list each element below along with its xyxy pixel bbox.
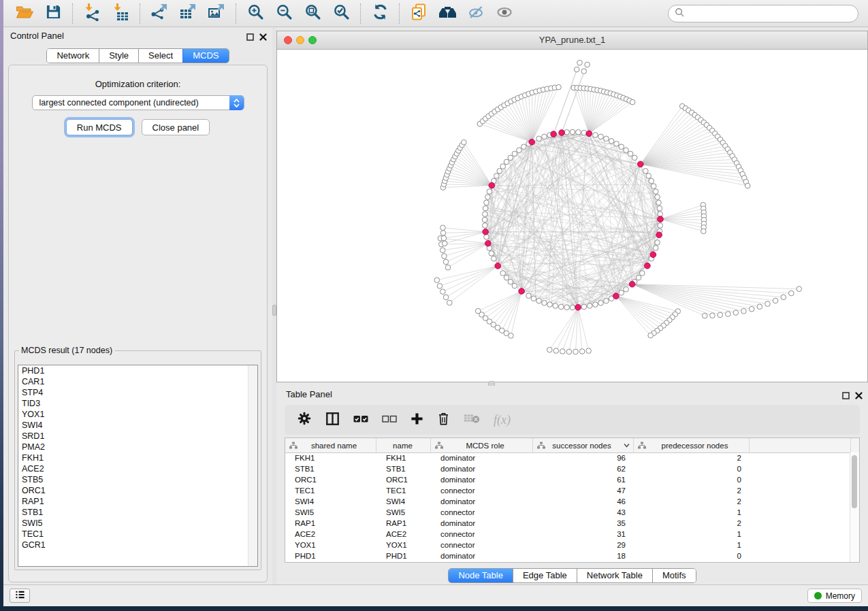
network-node[interactable] bbox=[521, 144, 527, 150]
network-node[interactable] bbox=[646, 174, 652, 179]
hide-selected-button[interactable] bbox=[462, 3, 490, 24]
network-node[interactable] bbox=[556, 84, 562, 90]
mcds-result-list[interactable]: PHD1CAR1STP4TID3YOX1SWI4SRD1PMA2FKH1ACE2… bbox=[18, 365, 258, 567]
network-node[interactable] bbox=[781, 295, 786, 300]
network-canvas[interactable] bbox=[277, 49, 867, 382]
network-node[interactable] bbox=[500, 271, 506, 276]
table-scrollbar[interactable] bbox=[850, 452, 859, 562]
network-node[interactable] bbox=[604, 298, 609, 303]
dominator-node[interactable] bbox=[485, 240, 492, 246]
tab-node-table[interactable]: Node Table bbox=[449, 569, 513, 582]
task-history-button[interactable] bbox=[10, 589, 30, 603]
network-node[interactable] bbox=[741, 308, 747, 314]
dominator-node[interactable] bbox=[483, 229, 489, 235]
network-node[interactable] bbox=[574, 67, 579, 72]
tab-network[interactable]: Network bbox=[47, 49, 99, 63]
network-node[interactable] bbox=[643, 169, 649, 174]
close-panel-icon[interactable] bbox=[855, 390, 863, 402]
network-node[interactable] bbox=[632, 155, 637, 161]
import-network-button[interactable] bbox=[78, 3, 106, 24]
network-node[interactable] bbox=[657, 205, 662, 211]
dominator-node[interactable] bbox=[656, 232, 662, 238]
network-node[interactable] bbox=[434, 278, 440, 283]
network-node[interactable] bbox=[585, 62, 590, 67]
network-node[interactable] bbox=[773, 298, 778, 303]
table-row[interactable]: SWI5SWI5connector431 bbox=[285, 507, 850, 518]
dominator-node[interactable] bbox=[551, 131, 557, 137]
export-table-button[interactable] bbox=[174, 3, 202, 24]
float-window-icon[interactable] bbox=[842, 390, 850, 402]
mcds-result-item[interactable]: TEC1 bbox=[18, 529, 257, 540]
search-text-field[interactable] bbox=[685, 8, 858, 19]
table-row[interactable]: YOX1YOX1connector291 bbox=[285, 540, 850, 550]
network-node[interactable] bbox=[441, 235, 447, 241]
table-row[interactable]: PHD1PHD1dominator180 bbox=[285, 550, 850, 561]
export-image-button[interactable] bbox=[202, 3, 231, 24]
zoom-selected-button[interactable] bbox=[327, 3, 355, 24]
network-node[interactable] bbox=[504, 159, 509, 165]
mcds-result-item[interactable]: ACE2 bbox=[18, 463, 257, 474]
network-node[interactable] bbox=[497, 169, 502, 174]
network-node[interactable] bbox=[749, 306, 754, 312]
table-row[interactable]: TEC1TEC1connector472 bbox=[285, 485, 850, 496]
network-node[interactable] bbox=[542, 300, 547, 306]
dominator-node[interactable] bbox=[645, 263, 651, 269]
import-table-button[interactable] bbox=[106, 3, 135, 24]
network-graph[interactable] bbox=[277, 49, 867, 382]
network-node[interactable] bbox=[640, 271, 645, 276]
network-node[interactable] bbox=[560, 349, 566, 354]
zoom-in-button[interactable] bbox=[241, 3, 270, 24]
tab-motifs[interactable]: Motifs bbox=[652, 569, 696, 582]
network-node[interactable] bbox=[581, 69, 587, 74]
network-node[interactable] bbox=[789, 291, 794, 296]
deselect-all-button[interactable] bbox=[382, 414, 397, 426]
dominator-node[interactable] bbox=[638, 161, 644, 167]
network-node[interactable] bbox=[512, 151, 517, 156]
first-neighbors-button[interactable] bbox=[433, 3, 462, 24]
mcds-result-item[interactable]: YOX1 bbox=[18, 409, 257, 420]
network-node[interactable] bbox=[566, 349, 572, 354]
network-node[interactable] bbox=[517, 148, 522, 153]
network-node[interactable] bbox=[531, 296, 536, 301]
save-session-button[interactable] bbox=[39, 3, 67, 24]
tab-edge-table[interactable]: Edge Table bbox=[513, 569, 577, 582]
network-node[interactable] bbox=[483, 223, 488, 229]
close-panel-button[interactable]: Close panel bbox=[142, 119, 210, 135]
mcds-result-item[interactable]: SWI4 bbox=[18, 420, 257, 431]
network-node[interactable] bbox=[564, 130, 570, 135]
network-window-titlebar[interactable]: YPA_prune.txt_1 bbox=[277, 31, 867, 50]
network-node[interactable] bbox=[604, 136, 609, 142]
zoom-fit-button[interactable] bbox=[298, 3, 327, 24]
dominator-node[interactable] bbox=[658, 216, 664, 222]
network-node[interactable] bbox=[651, 184, 656, 189]
open-session-button[interactable] bbox=[10, 3, 39, 24]
network-node[interactable] bbox=[564, 305, 570, 310]
column-header-predecessor-nodes[interactable]: predecessor nodes bbox=[634, 438, 750, 452]
network-node[interactable] bbox=[733, 310, 739, 316]
mcds-result-item[interactable]: STB1 bbox=[18, 507, 257, 518]
float-window-icon[interactable] bbox=[246, 31, 254, 44]
network-node[interactable] bbox=[593, 133, 598, 138]
network-node[interactable] bbox=[492, 256, 497, 261]
network-node[interactable] bbox=[598, 300, 604, 306]
duplicate-network-button[interactable] bbox=[404, 3, 433, 24]
network-node[interactable] bbox=[619, 291, 624, 296]
network-node[interactable] bbox=[536, 298, 542, 303]
table-row[interactable]: ACE2ACE2connector311 bbox=[285, 529, 850, 540]
tab-style[interactable]: Style bbox=[99, 49, 138, 63]
network-node[interactable] bbox=[547, 302, 553, 308]
dominator-node[interactable] bbox=[529, 139, 535, 145]
network-node[interactable] bbox=[630, 99, 635, 105]
network-node[interactable] bbox=[649, 178, 654, 184]
network-node[interactable] bbox=[710, 313, 716, 318]
network-node[interactable] bbox=[508, 279, 513, 284]
run-mcds-button[interactable]: Run MCDS bbox=[66, 119, 133, 135]
network-node[interactable] bbox=[558, 304, 564, 310]
network-node[interactable] bbox=[443, 259, 449, 265]
network-node[interactable] bbox=[437, 284, 443, 289]
column-header-successor-nodes[interactable]: successor nodes bbox=[533, 438, 634, 452]
show-all-button[interactable] bbox=[490, 3, 519, 24]
table-row[interactable]: RAP1RAP1dominator352 bbox=[285, 518, 850, 529]
show-columns-button[interactable] bbox=[325, 412, 340, 429]
network-node[interactable] bbox=[487, 189, 492, 195]
